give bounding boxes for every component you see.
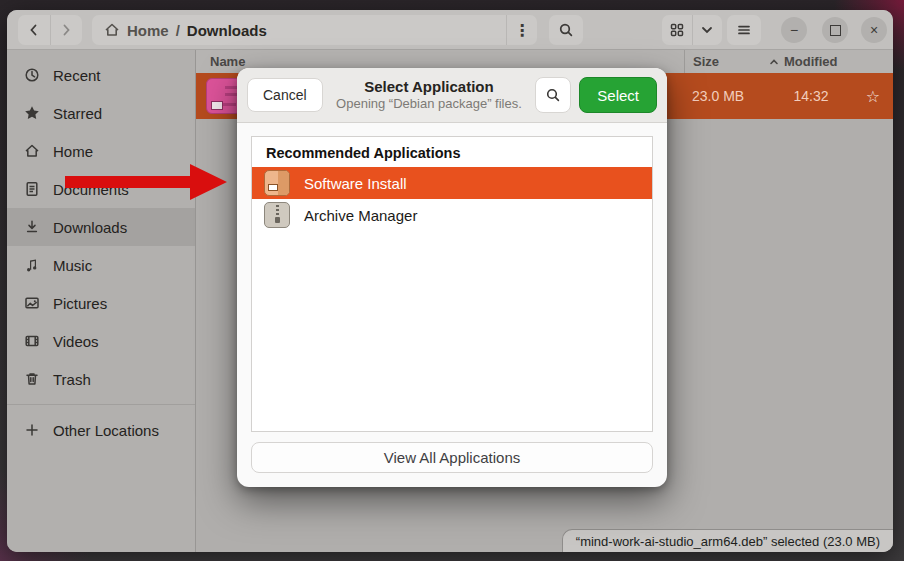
app-name: Software Install	[304, 175, 407, 192]
app-row-software-install[interactable]: Software Install	[252, 167, 652, 199]
recent-icon	[24, 67, 40, 83]
close-button[interactable]: ×	[861, 17, 887, 43]
app-row-archive-manager[interactable]: Archive Manager	[252, 199, 652, 231]
home-icon	[104, 22, 120, 38]
view-toggle-group	[662, 15, 722, 45]
grid-view-icon	[669, 22, 685, 38]
column-header-star	[853, 50, 893, 73]
archive-manager-icon	[264, 202, 290, 228]
kebab-icon: ⋮	[514, 21, 530, 40]
close-icon: ×	[870, 23, 878, 37]
sort-ascending-icon	[769, 57, 779, 67]
path-menu-button[interactable]: ⋮	[506, 15, 537, 45]
trash-icon	[24, 371, 40, 387]
picture-icon	[24, 295, 40, 311]
document-icon	[24, 181, 40, 197]
sidebar-item-label: Other Locations	[53, 422, 159, 439]
sidebar-item-label: Downloads	[53, 219, 127, 236]
home-icon	[24, 143, 40, 159]
header-bar: Home / Downloads ⋮	[7, 10, 893, 50]
chevron-left-icon	[26, 22, 42, 38]
status-bar: “mind-work-ai-studio_arm64.deb” selected…	[562, 529, 893, 552]
sidebar-item-label: Pictures	[53, 295, 107, 312]
chevron-down-icon	[699, 22, 715, 38]
path-bar[interactable]: Home / Downloads ⋮	[92, 15, 537, 45]
maximize-button[interactable]	[822, 17, 848, 43]
column-header-modified-label: Modified	[784, 54, 837, 69]
sidebar-item-recent[interactable]: Recent	[7, 56, 195, 94]
search-button[interactable]	[549, 15, 583, 45]
sidebar-separator	[7, 404, 195, 405]
dialog-title: Select Application	[323, 78, 536, 97]
sidebar-item-label: Music	[53, 257, 92, 274]
forward-button[interactable]	[50, 15, 83, 45]
back-button[interactable]	[18, 15, 50, 45]
status-text: “mind-work-ai-studio_arm64.deb” selected…	[576, 534, 880, 549]
sidebar: Recent Starred Home Documents Downloads …	[7, 50, 196, 552]
main-menu-button[interactable]	[727, 15, 761, 45]
breadcrumb-home[interactable]: Home	[127, 22, 169, 39]
app-name: Archive Manager	[304, 207, 417, 224]
sidebar-item-trash[interactable]: Trash	[7, 360, 195, 398]
file-size-cell: 23.0 MB	[684, 88, 769, 104]
minimize-button[interactable]: −	[781, 17, 807, 43]
sidebar-item-downloads[interactable]: Downloads	[7, 208, 195, 246]
star-outline-icon[interactable]: ☆	[853, 87, 893, 106]
dialog-subtitle: Opening “Debian package” files.	[323, 96, 536, 112]
plus-icon	[24, 422, 40, 438]
select-application-dialog: Cancel Select Application Opening “Debia…	[237, 68, 667, 487]
cancel-button[interactable]: Cancel	[247, 78, 323, 112]
breadcrumb-current: Downloads	[187, 22, 267, 39]
hamburger-icon	[736, 22, 752, 38]
column-header-size[interactable]: Size	[684, 50, 769, 73]
sidebar-item-label: Trash	[53, 371, 91, 388]
sidebar-item-label: Starred	[53, 105, 102, 122]
video-icon	[24, 333, 40, 349]
dialog-title-block: Select Application Opening “Debian packa…	[323, 78, 536, 113]
download-icon	[24, 219, 40, 235]
sidebar-item-label: Home	[53, 143, 93, 160]
sidebar-item-label: Videos	[53, 333, 99, 350]
dialog-search-button[interactable]	[535, 77, 571, 113]
sidebar-item-other-locations[interactable]: Other Locations	[7, 411, 195, 449]
sidebar-item-music[interactable]: Music	[7, 246, 195, 284]
select-button[interactable]: Select	[579, 77, 657, 113]
search-icon	[545, 87, 561, 103]
star-icon	[24, 105, 40, 121]
sidebar-item-pictures[interactable]: Pictures	[7, 284, 195, 322]
column-header-modified[interactable]: Modified	[769, 54, 853, 69]
dialog-header: Cancel Select Application Opening “Debia…	[237, 68, 667, 123]
application-list: Recommended Applications Software Instal…	[251, 136, 653, 432]
music-icon	[24, 257, 40, 273]
sidebar-item-starred[interactable]: Starred	[7, 94, 195, 132]
minimize-icon: −	[790, 23, 798, 37]
sidebar-item-videos[interactable]: Videos	[7, 322, 195, 360]
file-modified-cell: 14:32	[769, 88, 853, 104]
column-header-name[interactable]: Name	[196, 54, 684, 69]
chevron-right-icon	[58, 22, 74, 38]
software-install-icon	[264, 170, 290, 196]
maximize-icon	[830, 25, 841, 36]
sidebar-item-label: Recent	[53, 67, 101, 84]
recommended-applications-header: Recommended Applications	[252, 137, 652, 167]
search-icon	[558, 22, 574, 38]
red-annotation-arrow	[60, 158, 235, 208]
dialog-body: Recommended Applications Software Instal…	[237, 123, 667, 473]
view-options-button[interactable]	[692, 15, 723, 45]
view-all-applications-button[interactable]: View All Applications	[251, 442, 653, 473]
breadcrumb-separator: /	[176, 22, 180, 39]
grid-view-button[interactable]	[662, 15, 692, 45]
nav-button-group	[18, 15, 82, 45]
